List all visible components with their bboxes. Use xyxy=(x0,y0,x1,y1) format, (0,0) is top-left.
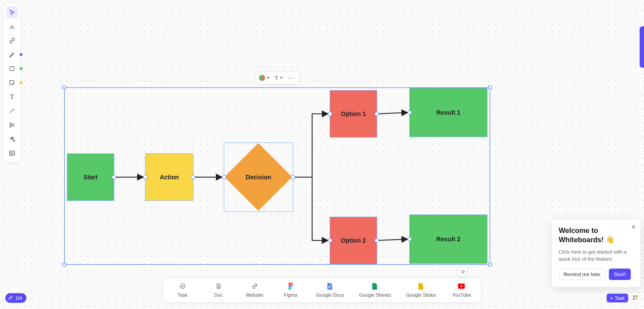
port[interactable] xyxy=(143,175,148,179)
resize-handle-bottom-left[interactable] xyxy=(62,263,66,266)
node-result-2[interactable]: Result 2 xyxy=(409,214,488,264)
dock-label: Google Docs xyxy=(316,292,344,298)
pin-dock-button[interactable] xyxy=(458,267,468,276)
page-count: 1/4 xyxy=(15,295,22,301)
dock-task[interactable]: Task xyxy=(172,283,193,298)
youtube-icon xyxy=(458,283,465,290)
pin-icon xyxy=(461,269,466,274)
image-icon xyxy=(9,150,15,156)
node-result-1[interactable]: Result 1 xyxy=(409,88,488,137)
welcome-title: Welcome to Whiteboards! 👋 xyxy=(559,226,633,245)
dock-website[interactable]: Website xyxy=(244,283,265,298)
clickup-tool[interactable] xyxy=(6,20,18,33)
dock-label: YouTube xyxy=(452,292,471,298)
port[interactable] xyxy=(375,238,379,243)
svg-point-9 xyxy=(180,284,185,289)
dock-label: Google Slides xyxy=(406,292,436,298)
port[interactable] xyxy=(191,175,195,179)
ellipsis-icon: ··· xyxy=(288,75,295,81)
google-slides-icon xyxy=(418,283,425,290)
link-icon xyxy=(251,283,258,290)
google-sheets-icon xyxy=(371,283,378,290)
sticky-note-tool[interactable] xyxy=(6,76,18,89)
svg-rect-17 xyxy=(633,298,635,300)
svg-point-10 xyxy=(291,285,293,287)
left-toolbar: T xyxy=(4,4,20,162)
svg-rect-18 xyxy=(636,298,637,300)
image-tool[interactable] xyxy=(6,147,18,159)
chevron-down-icon xyxy=(280,77,283,79)
port[interactable] xyxy=(112,175,116,179)
pen-color-indicator xyxy=(20,53,22,56)
dock-label: Figma xyxy=(284,292,298,298)
dock-label: Website xyxy=(246,292,263,298)
port[interactable] xyxy=(408,237,412,241)
port[interactable] xyxy=(291,175,295,179)
sticky-color-indicator xyxy=(20,81,22,84)
link-tool[interactable] xyxy=(6,34,18,47)
node-label: Option 2 xyxy=(341,237,366,244)
port[interactable] xyxy=(328,238,332,243)
resize-handle-top-right[interactable] xyxy=(488,86,492,89)
resize-handle-bottom-right[interactable] xyxy=(488,263,492,266)
create-task-button[interactable]: + Task xyxy=(607,294,628,302)
remind-later-button[interactable]: Remind me later xyxy=(559,269,605,280)
connector-tool[interactable] xyxy=(6,105,18,117)
node-label: Action xyxy=(160,174,179,181)
dock-google-docs[interactable]: Google Docs xyxy=(316,283,344,298)
task-button-label: Task xyxy=(615,295,625,301)
text-style-picker[interactable]: T xyxy=(275,74,283,81)
svg-rect-16 xyxy=(636,295,637,297)
pen-tool[interactable] xyxy=(6,48,18,61)
close-button[interactable] xyxy=(631,224,636,231)
sticky-note-icon xyxy=(9,80,15,86)
dock-label: Doc xyxy=(214,292,223,298)
svg-rect-11 xyxy=(328,286,331,286)
port[interactable] xyxy=(222,175,226,179)
dock-label: Task xyxy=(178,292,188,298)
resize-handle-top-left[interactable] xyxy=(62,86,66,89)
square-icon xyxy=(9,65,15,72)
text-icon: T xyxy=(275,74,278,81)
pointer-tool[interactable] xyxy=(6,6,18,18)
more-options-button[interactable]: ··· xyxy=(288,75,295,81)
port[interactable] xyxy=(375,112,379,116)
dock-youtube[interactable]: YouTube xyxy=(451,283,472,298)
doc-icon xyxy=(215,283,222,290)
shape-color-indicator xyxy=(20,67,22,70)
figma-icon xyxy=(287,283,294,290)
node-option-2[interactable]: Option 2 xyxy=(330,217,377,264)
svg-rect-12 xyxy=(328,287,331,287)
clickup-icon xyxy=(9,23,15,30)
start-tour-button[interactable]: Start! xyxy=(609,269,630,280)
node-action[interactable]: Action xyxy=(145,153,193,201)
welcome-body: Click here to get started with a quick t… xyxy=(559,248,633,262)
node-label: Start xyxy=(84,174,98,181)
dock-google-sheets[interactable]: Google Sheets xyxy=(359,283,391,298)
close-icon xyxy=(631,224,636,229)
dock-google-slides[interactable]: Google Slides xyxy=(406,283,436,298)
svg-point-4 xyxy=(11,152,11,153)
shape-fill-picker[interactable] xyxy=(259,75,269,81)
dock-doc[interactable]: Doc xyxy=(208,283,229,298)
node-start[interactable]: Start xyxy=(67,153,114,201)
svg-rect-15 xyxy=(633,295,635,297)
page-indicator[interactable]: 1/4 xyxy=(5,293,26,303)
node-option-1[interactable]: Option 1 xyxy=(330,90,377,138)
svg-rect-3 xyxy=(9,151,14,155)
node-decision[interactable]: Decision xyxy=(224,142,293,212)
dock-figma[interactable]: Figma xyxy=(280,283,301,298)
dock-label: Google Sheets xyxy=(359,292,391,298)
fill-color-swatch-icon xyxy=(259,75,265,81)
port[interactable] xyxy=(408,110,412,115)
text-tool[interactable]: T xyxy=(6,91,18,103)
apps-grid-icon xyxy=(633,295,638,301)
shape-tool[interactable] xyxy=(6,62,18,75)
scissors-tool[interactable] xyxy=(6,119,18,131)
port[interactable] xyxy=(328,112,332,116)
scissors-icon xyxy=(9,122,15,128)
ai-tool[interactable] xyxy=(6,133,18,145)
apps-button[interactable] xyxy=(631,293,640,303)
right-drawer-tab[interactable] xyxy=(640,26,644,68)
node-label: Result 2 xyxy=(437,236,460,243)
